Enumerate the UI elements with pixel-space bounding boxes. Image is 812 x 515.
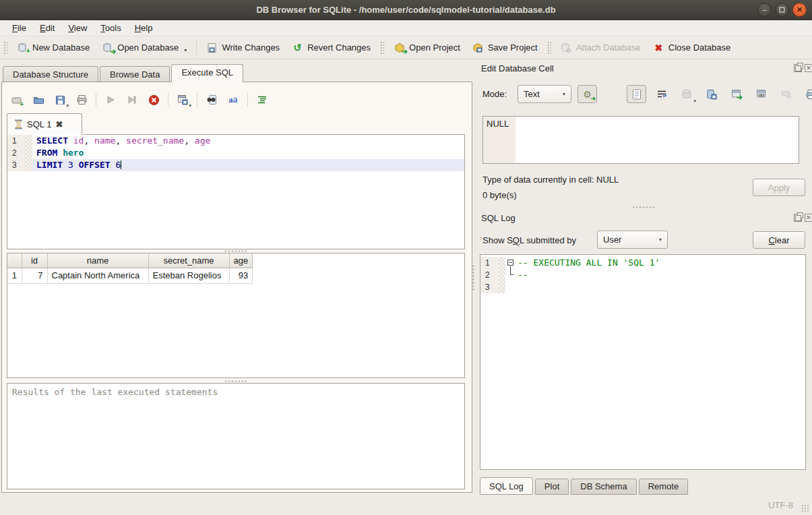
window-title: DB Browser for SQLite - /home/user/code/… bbox=[256, 5, 555, 15]
sql-editor[interactable]: 1 SELECT id, name, secret_name, age 2 FR… bbox=[7, 134, 465, 249]
dock-tab-sql-log[interactable]: SQL Log bbox=[480, 477, 533, 495]
dock-tab-plot[interactable]: Plot bbox=[535, 479, 569, 495]
log-filter-select[interactable]: User▾ bbox=[597, 231, 668, 249]
open-sql-file-button[interactable] bbox=[30, 92, 47, 108]
open-database-dropdown-icon[interactable]: ▾ bbox=[184, 47, 187, 53]
copy-link-button[interactable] bbox=[751, 85, 771, 103]
results-grid[interactable]: id name secret_name age 1 7 Captain Nort… bbox=[7, 253, 465, 378]
revert-changes-button[interactable]: ↺ Revert Changes bbox=[286, 39, 377, 56]
menu-tools[interactable]: Tools bbox=[94, 21, 127, 35]
toolbar-drag-handle[interactable] bbox=[547, 41, 551, 55]
cell-id[interactable]: 7 bbox=[22, 268, 47, 283]
column-header-id[interactable]: id bbox=[22, 253, 47, 268]
close-dock-icon[interactable]: ✕ bbox=[805, 214, 812, 222]
open-external-button[interactable]: ➔ bbox=[726, 85, 746, 103]
cell-secret-name[interactable]: Esteban Rogelios bbox=[148, 268, 229, 283]
cell-name[interactable]: Captain North America bbox=[47, 268, 148, 283]
menu-help[interactable]: Help bbox=[128, 21, 160, 35]
save-results-button[interactable]: ▾ bbox=[174, 92, 191, 108]
open-external-icon: ➔ bbox=[730, 88, 742, 100]
toolbar-separator bbox=[197, 93, 197, 107]
menu-view[interactable]: View bbox=[61, 21, 94, 35]
sql-token: SELECT bbox=[36, 135, 68, 146]
print-button[interactable] bbox=[73, 92, 90, 108]
sql-token: hero bbox=[63, 148, 84, 158]
import-data-button[interactable]: ▾ bbox=[677, 85, 696, 103]
toolbar-drag-handle[interactable] bbox=[3, 41, 7, 55]
tab-browse-data[interactable]: Browse Data bbox=[100, 66, 170, 82]
format-sql-button[interactable] bbox=[253, 92, 271, 108]
execution-messages[interactable]: Results of the last executed statements bbox=[7, 383, 465, 489]
title-bar[interactable]: DB Browser for SQLite - /home/user/code/… bbox=[0, 0, 812, 20]
sql-log-editor[interactable]: 1 -- EXECUTING ALL IN 'SQL 1' 2 -- 3 bbox=[480, 254, 806, 470]
maximize-icon[interactable] bbox=[775, 3, 789, 17]
print-cell-button[interactable] bbox=[801, 85, 812, 103]
open-database-button[interactable]: ➔ Open Database ▾ bbox=[96, 39, 193, 56]
chevron-down-icon: ▾ bbox=[659, 237, 662, 243]
minimize-icon[interactable]: – bbox=[757, 3, 772, 17]
menu-edit[interactable]: Edit bbox=[33, 21, 61, 35]
close-database-button[interactable]: ✖ Close Database bbox=[647, 39, 737, 56]
toolbar-drag-handle[interactable] bbox=[380, 41, 384, 55]
sql-log-dock-buttons: ✕ bbox=[794, 214, 812, 222]
execute-all-button[interactable] bbox=[102, 92, 119, 108]
sql-document-tab[interactable]: SQL 1 ✖ bbox=[7, 113, 82, 135]
resize-grip[interactable] bbox=[801, 504, 809, 512]
sql-token: age bbox=[195, 135, 210, 146]
write-changes-button[interactable]: Write Changes bbox=[200, 39, 286, 56]
save-sql-dropdown-icon[interactable]: ▾ bbox=[66, 103, 69, 109]
set-null-icon bbox=[780, 88, 792, 100]
new-sql-tab-button[interactable]: + bbox=[8, 92, 26, 108]
line-number: 3 bbox=[7, 159, 25, 171]
set-null-button[interactable] bbox=[776, 85, 796, 103]
sql-editor-toolbar: + ▾ bbox=[8, 92, 271, 108]
new-database-button[interactable]: + New Database bbox=[11, 39, 96, 56]
save-results-dropdown-icon[interactable]: ▾ bbox=[189, 103, 191, 109]
open-project-button[interactable]: ➔ Open Project bbox=[387, 39, 466, 56]
sql-token: FROM bbox=[36, 148, 57, 158]
save-project-button[interactable]: Save Project bbox=[466, 39, 544, 56]
fold-marker[interactable] bbox=[505, 257, 516, 269]
word-wrap-button[interactable] bbox=[652, 85, 671, 103]
tab-execute-sql[interactable]: Execute SQL bbox=[171, 64, 243, 82]
float-dock-icon[interactable] bbox=[794, 64, 802, 72]
clear-log-button[interactable]: Clear bbox=[753, 231, 805, 249]
splitter-handle[interactable] bbox=[632, 206, 655, 209]
attach-database-button[interactable]: Attach Database bbox=[555, 39, 647, 56]
toolbar-separator bbox=[96, 93, 96, 107]
panel-splitter-handle[interactable] bbox=[472, 264, 475, 291]
cell-age[interactable]: 93 bbox=[229, 268, 253, 283]
save-sql-file-button[interactable]: ▾ bbox=[51, 92, 69, 108]
open-project-icon: ➔ bbox=[394, 42, 405, 53]
close-icon[interactable]: ✕ bbox=[792, 3, 807, 17]
format-sql-icon bbox=[257, 94, 268, 106]
auto-switch-mode-button[interactable]: ⚙ ➔ bbox=[577, 85, 597, 103]
text-mode-button[interactable] bbox=[627, 85, 646, 103]
menu-file[interactable]: File bbox=[5, 21, 33, 35]
dock-tab-remote[interactable]: Remote bbox=[639, 479, 689, 495]
tab-database-structure[interactable]: Database Structure bbox=[3, 66, 98, 82]
execute-line-icon bbox=[127, 94, 138, 106]
execute-line-button[interactable] bbox=[123, 92, 141, 108]
new-sql-tab-icon: + bbox=[11, 94, 23, 106]
close-dock-icon[interactable]: ✕ bbox=[805, 64, 812, 72]
float-dock-icon[interactable] bbox=[794, 214, 802, 222]
column-header-secret-name[interactable]: secret_name bbox=[148, 253, 229, 268]
close-sql-tab-icon[interactable]: ✖ bbox=[55, 119, 63, 129]
toolbar-separator bbox=[247, 93, 248, 107]
find-button[interactable] bbox=[203, 92, 220, 108]
messages-placeholder: Results of the last executed statements bbox=[12, 387, 218, 397]
corner-header[interactable] bbox=[7, 253, 22, 268]
dock-tab-db-schema[interactable]: DB Schema bbox=[571, 479, 636, 495]
export-data-button[interactable] bbox=[701, 85, 721, 103]
autocomplete-button[interactable]: aa bbox=[224, 92, 242, 108]
apply-button[interactable]: Apply bbox=[753, 179, 805, 196]
column-header-name[interactable]: name bbox=[47, 253, 148, 268]
table-row[interactable]: 1 7 Captain North America Esteban Rogeli… bbox=[7, 268, 253, 283]
column-header-age[interactable]: age bbox=[229, 253, 253, 268]
code-line-2: 2 FROM hero bbox=[7, 147, 464, 159]
stop-button[interactable] bbox=[145, 92, 162, 108]
cell-value-editor[interactable]: NULL bbox=[482, 116, 799, 164]
sql-token: 6 bbox=[115, 160, 121, 170]
mode-select[interactable]: Text▾ bbox=[518, 85, 571, 103]
